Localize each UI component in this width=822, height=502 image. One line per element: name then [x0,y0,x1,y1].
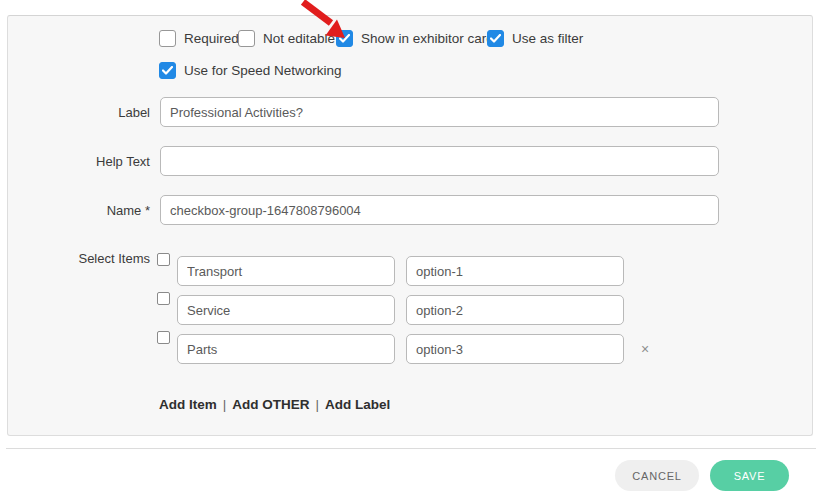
select-item-1-checkbox[interactable] [157,253,170,266]
add-label-link[interactable]: Add Label [325,397,390,412]
check-icon [162,66,173,75]
select-item-1-value-input[interactable] [406,256,624,286]
form-field-editor: Required Not editable Show in exhibitor … [0,0,822,502]
link-separator: | [310,397,326,412]
option-use-for-speed-networking[interactable]: Use for Speed Networking [159,62,342,79]
select-item-3-checkbox[interactable] [157,331,170,344]
help-text-field-caption: Help Text [20,154,150,169]
show-in-exhibitor-card-label: Show in exhibitor card [361,31,494,46]
select-item-2-name-input[interactable] [177,295,395,325]
required-label: Required [184,31,239,46]
add-other-link[interactable]: Add OTHER [232,397,309,412]
save-button[interactable]: SAVE [710,460,789,491]
select-items-caption: Select Items [20,251,150,266]
name-input[interactable] [160,195,719,225]
show-in-exhibitor-card-checkbox[interactable] [336,30,353,47]
check-icon [339,34,350,43]
option-use-as-filter[interactable]: Use as filter [487,30,583,47]
not-editable-label: Not editable [263,31,335,46]
use-for-speed-networking-label: Use for Speed Networking [184,63,342,78]
footer-divider [6,448,816,449]
select-item-1-name-input[interactable] [177,256,395,286]
link-separator: | [217,397,233,412]
select-item-2-value-input[interactable] [406,295,624,325]
use-for-speed-networking-checkbox[interactable] [159,62,176,79]
option-not-editable[interactable]: Not editable [238,30,335,47]
label-field-caption: Label [20,105,150,120]
add-actions: Add Item|Add OTHER|Add Label [159,397,390,412]
cancel-button[interactable]: CANCEL [615,460,699,491]
select-item-2-checkbox[interactable] [157,292,170,305]
option-show-in-exhibitor-card[interactable]: Show in exhibitor card [336,30,494,47]
select-item-3-value-input[interactable] [406,334,624,364]
field-settings-panel [7,15,813,436]
add-item-link[interactable]: Add Item [159,397,217,412]
label-input[interactable] [160,97,719,127]
not-editable-checkbox[interactable] [238,30,255,47]
use-as-filter-label: Use as filter [512,31,583,46]
check-icon [490,34,501,43]
help-text-input[interactable] [160,146,719,176]
name-field-caption: Name * [20,203,150,218]
option-required[interactable]: Required [159,30,239,47]
required-checkbox[interactable] [159,30,176,47]
use-as-filter-checkbox[interactable] [487,30,504,47]
remove-item-icon[interactable]: × [641,342,649,356]
select-item-3-name-input[interactable] [177,334,395,364]
